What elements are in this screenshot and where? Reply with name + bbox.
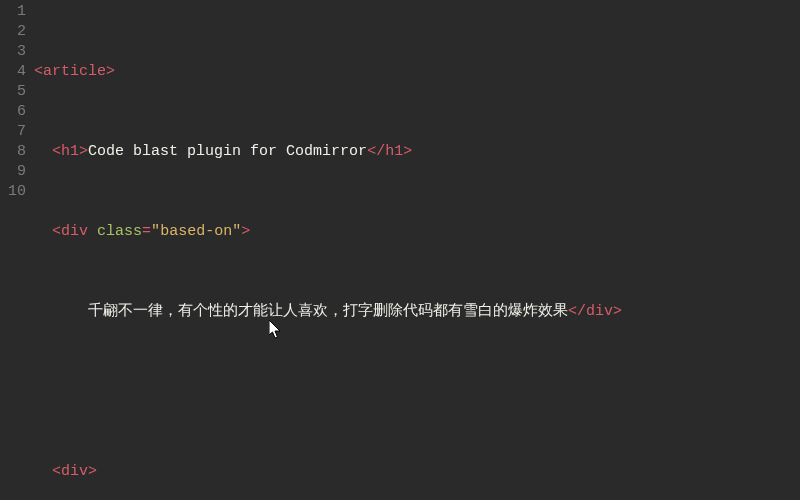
bracket: < (52, 143, 61, 160)
tag-name: div (586, 303, 613, 320)
bracket: < (34, 63, 43, 80)
bracket: </ (367, 143, 385, 160)
quote: " (151, 223, 160, 240)
tag-name: div (61, 223, 88, 240)
tag-name: h1 (385, 143, 403, 160)
line-number: 9 (8, 162, 26, 182)
indent (34, 303, 88, 320)
bracket: > (88, 463, 97, 480)
equals: = (142, 223, 151, 240)
bracket: > (106, 63, 115, 80)
text-content: 千翩不一律，有个性的才能让人喜欢，打字删除代码都有雪白的爆炸效果 (88, 303, 568, 320)
code-line[interactable]: <h1>Code blast plugin for Codmirror</h1> (34, 142, 800, 162)
indent (34, 223, 52, 240)
bracket: > (403, 143, 412, 160)
bracket: < (52, 223, 61, 240)
bracket: > (79, 143, 88, 160)
line-number: 7 (8, 122, 26, 142)
quote: " (232, 223, 241, 240)
line-number: 8 (8, 142, 26, 162)
bracket: < (52, 463, 61, 480)
code-area[interactable]: <article> <h1>Code blast plugin for Codm… (32, 0, 800, 500)
line-number: 1 (8, 2, 26, 22)
line-number: 6 (8, 102, 26, 122)
code-line[interactable] (34, 382, 800, 402)
bracket: > (613, 303, 622, 320)
tag-name: article (43, 63, 106, 80)
indent (34, 143, 52, 160)
line-number: 5 (8, 82, 26, 102)
line-number: 4 (8, 62, 26, 82)
text-content: Code blast plugin for Codmirror (88, 143, 367, 160)
line-number: 3 (8, 42, 26, 62)
tag-name: div (61, 463, 88, 480)
bracket: > (241, 223, 250, 240)
code-line[interactable]: <article> (34, 62, 800, 82)
line-number-gutter: 1 2 3 4 5 6 7 8 9 10 (0, 0, 32, 500)
line-number: 2 (8, 22, 26, 42)
indent (34, 463, 52, 480)
bracket: </ (568, 303, 586, 320)
code-line[interactable]: 千翩不一律，有个性的才能让人喜欢，打字删除代码都有雪白的爆炸效果</div> (34, 302, 800, 322)
code-editor[interactable]: 1 2 3 4 5 6 7 8 9 10 <article> <h1>Code … (0, 0, 800, 500)
code-line[interactable]: <div> (34, 462, 800, 482)
attr-value: based-on (160, 223, 232, 240)
line-number: 10 (8, 182, 26, 202)
attr-name: class (97, 223, 142, 240)
code-line[interactable]: <div class="based-on"> (34, 222, 800, 242)
tag-name: h1 (61, 143, 79, 160)
